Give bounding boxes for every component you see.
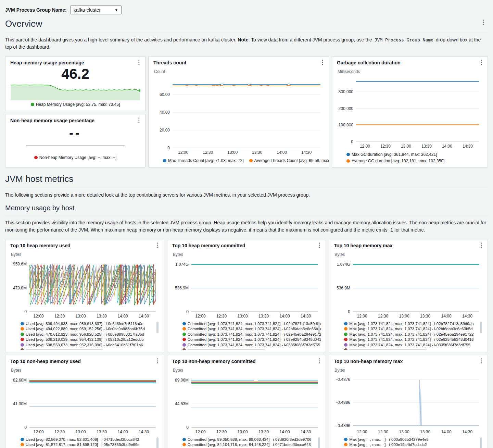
card-title: Top 10 non-heap memory committed — [172, 359, 256, 364]
legend-color-dot — [182, 333, 186, 336]
legend-scrollbar[interactable] — [318, 322, 320, 333]
nonheap-usage-percentage-chart: --Non-heap Memory Usage [avg: --, max: -… — [10, 126, 140, 160]
legend-scrollbar[interactable] — [156, 437, 159, 448]
memory-usage-description: This section provides visibility into th… — [5, 219, 488, 234]
overview-description: This part of the dashboard gives you a h… — [5, 36, 488, 51]
legend-color-dot — [182, 338, 186, 341]
empty-chart-baseline — [26, 146, 125, 146]
card-kebab-menu-button[interactable]: ⋮ — [318, 59, 327, 66]
legend-scrollbar[interactable] — [318, 437, 320, 448]
card-kebab-menu-button[interactable]: ⋮ — [477, 357, 486, 364]
legend-label: Max [avg: 1,073,741,824, max: 1,073,741,… — [349, 343, 470, 347]
legend-color-dot — [344, 338, 347, 341]
svg-text:0: 0 — [24, 309, 27, 314]
chart-legend: Heap Memory Usage [avg: 53.75, max: 73.4… — [10, 102, 140, 107]
legend-item: Committed [avg: 89,050,538, max: 89,063,… — [182, 437, 316, 442]
legend-color-dot — [346, 153, 350, 156]
legend-item: Committed [avg: 1,073,741,824, max: 1,07… — [182, 332, 316, 337]
legend-item: Max GC duration [avg: 361,944, max: 362,… — [346, 152, 483, 157]
svg-text:-0.4876: -0.4876 — [337, 377, 351, 382]
card-kebab-menu-button[interactable]: ⋮ — [477, 59, 486, 66]
legend-scrollbar[interactable] — [480, 437, 482, 448]
svg-text:-0.4896: -0.4896 — [337, 423, 351, 428]
svg-text:14:00: 14:00 — [118, 314, 128, 319]
overview-kebab-menu-button[interactable]: ⋮ — [479, 18, 488, 26]
svg-text:13:30: 13:30 — [420, 430, 430, 434]
axis-unit-label: Count — [154, 69, 324, 74]
card-kebab-menu-button[interactable]: ⋮ — [134, 116, 143, 124]
svg-text:20.00: 20.00 — [160, 128, 170, 133]
axis-unit-label: Bytes — [334, 368, 483, 373]
svg-text:13:00: 13:00 — [227, 150, 238, 155]
svg-text:13:30: 13:30 — [258, 430, 269, 434]
card-heap-memory-usage-percentage: Heap memory usage percentage ⋮ 46.2Heap … — [5, 56, 146, 111]
process-group-label: JVM Process Group Name: — [5, 7, 67, 13]
memory-usage-heading: Memory usage by host — [5, 204, 488, 212]
top10-nonheap-used-chart: Bytes82.60M41.30M012:0012:3013:0013:3014… — [10, 368, 159, 448]
top10-heap-max-chart: Bytes1.074G536.9M012:0012:3013:0013:3014… — [334, 252, 483, 350]
heap-memory-cards-row: Top 10 heap memory used ⋮ Bytes959.6M479… — [5, 239, 488, 352]
svg-text:12:30: 12:30 — [378, 430, 388, 434]
legend-label: Committed [avg: 89,050,538, max: 89,063,… — [188, 437, 312, 441]
card-kebab-menu-button[interactable]: ⋮ — [153, 357, 162, 364]
legend-color-dot — [182, 348, 186, 350]
svg-text:13:00: 13:00 — [237, 430, 248, 434]
legend-item: Max [avg: 1,073,741,824, max: 1,073,741,… — [344, 332, 477, 337]
legend-item: Average Threads Count [avg: 69.58, max: … — [249, 158, 329, 163]
legend-item: Used [avg: 508,218,039, max: 954,432,109… — [21, 337, 154, 343]
legend-item: Committed [avg: 1,073,741,824, max: 1,07… — [182, 337, 316, 343]
legend-item: Committed [avg: 84,104,716, max: 84,148,… — [182, 442, 316, 448]
legend-clipped-text — [349, 349, 426, 350]
legend-label: Max [avg: 1,073,741,824, max: 1,073,741,… — [349, 332, 473, 336]
card-kebab-menu-button[interactable]: ⋮ — [153, 241, 162, 249]
card-kebab-menu-button[interactable]: ⋮ — [315, 357, 324, 364]
card-title: Heap memory usage percentage — [10, 60, 84, 65]
chart-plot: 959.6M479.8M012:0012:3013:0013:3014:0014… — [10, 258, 159, 319]
legend-color-dot — [34, 156, 38, 159]
big-value: -- — [10, 126, 140, 139]
process-group-value: kafka-cluster — [74, 7, 101, 13]
chart-legend: Committed [avg: 89,050,538, max: 89,063,… — [182, 437, 321, 448]
chart-plot: -0.4876-0.4886-0.489612:0012:3013:0013:3… — [334, 373, 483, 435]
svg-text:14:00: 14:00 — [442, 144, 452, 149]
legend-color-dot — [21, 322, 24, 325]
legend-label: Committed [avg: 1,073,741,824, max: 1,07… — [188, 337, 321, 341]
chart-legend: Max [avg: --, max: --] - i-000a906b34279… — [344, 437, 483, 448]
legend-label: Used [avg: 509,494,938, max: 959,618,637… — [26, 322, 143, 326]
svg-text:12:30: 12:30 — [380, 144, 391, 149]
card-kebab-menu-button[interactable]: ⋮ — [134, 59, 143, 66]
legend-color-dot — [182, 343, 186, 347]
legend-item: Max [avg: 1,073,741,824, max: 1,073,741,… — [344, 342, 477, 348]
legend-label: Used [avg: 494,022,889, max: 959,152,256… — [26, 327, 145, 331]
legend-scrollbar[interactable] — [156, 322, 159, 333]
legend-label: Average GC duration [avg: 102,181, max: … — [352, 159, 444, 163]
gc-duration-chart: Milliseconds300,000200,000100,000012:001… — [337, 69, 483, 163]
legend-item — [182, 348, 316, 350]
legend-item: Max Threads Count [avg: 71.03, max: 72] — [163, 158, 244, 163]
svg-text:12:00: 12:00 — [178, 150, 188, 155]
axis-unit-label: Bytes — [173, 252, 321, 257]
legend-color-dot — [182, 327, 186, 331]
legend-item: Max [avg: --, max: --] - i-000e19a4bf7cc… — [344, 442, 477, 448]
host-metrics-section-header: JVM host metrics — [5, 174, 488, 187]
host-metrics-description: The following sections provide a more de… — [5, 191, 488, 199]
legend-clipped-text — [188, 349, 265, 350]
legend-scrollbar[interactable] — [480, 322, 482, 333]
legend-item — [21, 348, 154, 350]
legend-label: Max [avg: 1,073,741,824, max: 1,073,741,… — [349, 337, 473, 341]
card-kebab-menu-button[interactable]: ⋮ — [315, 241, 324, 249]
svg-text:536.9M: 536.9M — [175, 286, 189, 290]
card-kebab-menu-button[interactable]: ⋮ — [477, 241, 486, 249]
threads-count-chart: Count60.0040.0020.00012:0012:3013:0013:3… — [153, 69, 324, 163]
legend-color-dot — [182, 438, 186, 441]
chart-legend: Committed [avg: 1,073,741,824, max: 1,07… — [182, 321, 321, 350]
process-group-dropdown[interactable]: kafka-cluster ▼ — [70, 5, 122, 14]
svg-text:14:00: 14:00 — [279, 430, 290, 434]
svg-text:14:30: 14:30 — [139, 430, 149, 434]
svg-text:13:30: 13:30 — [421, 144, 432, 149]
svg-text:536.9M: 536.9M — [337, 286, 350, 290]
legend-label: Committed [avg: 1,073,741,824, max: 1,07… — [188, 332, 321, 336]
overview-note-label: Note — [238, 37, 248, 42]
svg-text:40.00: 40.00 — [160, 110, 170, 115]
svg-text:14:30: 14:30 — [139, 314, 149, 319]
